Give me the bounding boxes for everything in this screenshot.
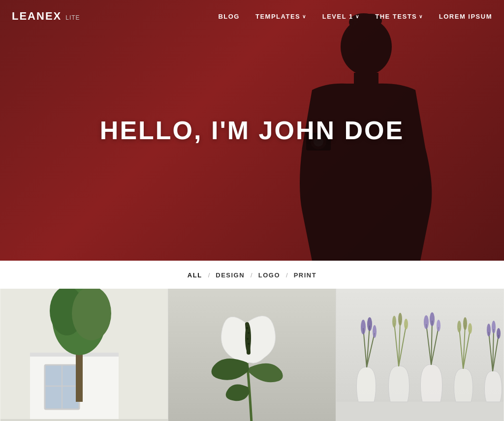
svg-point-58 [492,321,496,333]
filter-logo[interactable]: LOGO [258,271,280,279]
chevron-down-icon: ∨ [355,14,360,19]
hero-title: HELLO, I'M JOHN DOE [100,116,404,145]
filter-bar: ALL / DESIGN / LOGO / PRINT [0,261,504,289]
chevron-down-icon: ∨ [419,14,423,19]
svg-rect-20 [0,419,168,421]
svg-point-24 [248,332,250,334]
portfolio-item-1[interactable]: Work Three [0,289,168,421]
svg-rect-29 [336,402,504,421]
chevron-down-icon: ∨ [302,14,307,19]
svg-point-52 [463,317,467,330]
portfolio-svg-3 [336,289,504,421]
portfolio-svg-1 [0,289,168,421]
svg-point-46 [430,312,435,326]
svg-point-23 [246,327,248,329]
filter-design[interactable]: DESIGN [216,271,245,279]
svg-point-39 [392,316,396,328]
filter-sep-1: / [208,271,210,279]
portfolio-image-3 [336,289,504,421]
logo-text[interactable]: LEANEX [12,10,62,23]
svg-point-40 [398,313,402,326]
main-nav: BLOG TEMPLATES ∨ LEVEL 1 ∨ THE TESTS ∨ L… [218,13,492,20]
portfolio-item-3[interactable]: Logotype Work One logo [336,289,504,421]
svg-point-59 [497,328,501,339]
portfolio-grid: Work Three [0,289,504,421]
filter-sep-2: / [251,271,252,279]
portfolio-svg-2 [168,289,336,421]
logo-lite: Lite [65,14,80,21]
svg-point-22 [245,323,251,353]
portfolio-image-2 [168,289,336,421]
nav-the-tests[interactable]: THE TESTS ∨ [375,13,423,20]
nav-templates[interactable]: TEMPLATES ∨ [255,13,307,20]
logo-area: LEANEX Lite [12,10,80,23]
filter-print[interactable]: PRINT [294,271,317,279]
filter-sep-3: / [286,271,288,279]
svg-point-35 [373,325,377,338]
nav-blog[interactable]: BLOG [218,13,240,20]
nav-level1[interactable]: LEVEL 1 ∨ [322,13,360,20]
svg-point-51 [457,321,461,332]
site-header: LEANEX Lite BLOG TEMPLATES ∨ LEVEL 1 ∨ T… [0,0,504,32]
svg-point-26 [248,343,250,345]
portfolio-image-1 [0,289,168,421]
filter-all[interactable]: ALL [188,271,202,279]
svg-point-57 [487,324,491,336]
svg-point-45 [424,315,429,329]
svg-point-41 [404,319,408,330]
svg-point-34 [367,317,372,331]
svg-point-47 [437,320,441,331]
svg-point-53 [468,323,472,334]
nav-lorem-ipsum[interactable]: LOREM IPSUM [439,13,492,20]
svg-point-25 [247,338,249,340]
portfolio-item-2[interactable] [168,289,336,421]
hero-section: HELLO, I'M JOHN DOE [0,0,504,261]
svg-point-33 [361,320,366,334]
svg-point-19 [72,289,111,340]
